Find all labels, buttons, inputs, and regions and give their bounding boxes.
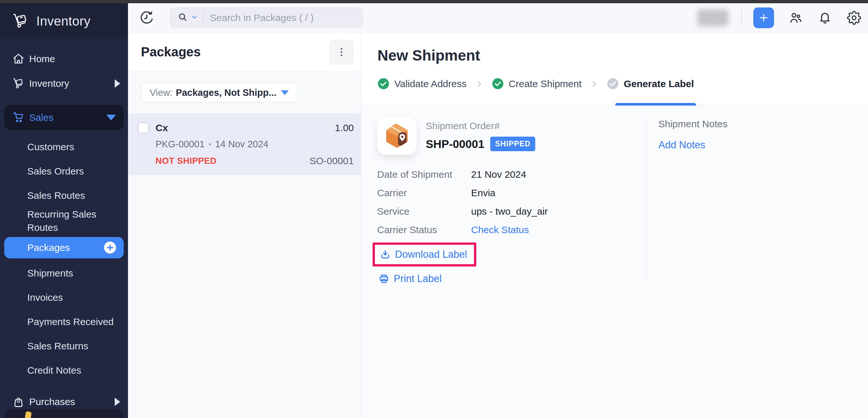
sidebar-item-customers[interactable]: Customers: [0, 135, 128, 159]
download-label-link[interactable]: Download Label: [379, 249, 467, 260]
sidebar-item-sales-routes[interactable]: Sales Routes: [0, 183, 128, 207]
settings-button[interactable]: [847, 11, 861, 25]
topbar-divider: [741, 9, 742, 27]
step-validate-address[interactable]: Validate Address: [377, 78, 467, 90]
shipment-summary: Shipment Order# SHP-00001 SHIPPED Date o…: [361, 105, 647, 418]
package-status-badge: NOT SHIPPED: [156, 156, 217, 166]
package-checkbox[interactable]: [138, 122, 149, 133]
active-tab-underline: [615, 103, 696, 105]
sidebar-item-inventory[interactable]: Inventory: [0, 71, 128, 96]
redacted-org-name: [697, 9, 728, 26]
view-filter-prefix: View:: [150, 88, 173, 98]
printer-icon: [378, 273, 390, 285]
print-label-link[interactable]: Print Label: [378, 273, 442, 285]
app-logo[interactable]: Inventory: [0, 3, 128, 39]
handtruck-logo-icon: [12, 12, 29, 29]
users-button[interactable]: [788, 11, 803, 25]
download-label-highlight-annotation: Download Label: [373, 243, 476, 266]
shipment-steps: Validate Address Create Shipment: [361, 64, 868, 105]
sidebar-item-label: Inventory: [29, 78, 69, 89]
chevron-right-icon: [115, 79, 120, 88]
step-separator-icon: [590, 79, 598, 88]
bag-icon: [11, 395, 26, 409]
notifications-button[interactable]: [818, 11, 832, 25]
date-of-shipment-value: 21 Nov 2024: [471, 169, 647, 180]
sidebar-nav: Home Inventory: [0, 39, 128, 418]
sidebar-item-sales-returns[interactable]: Sales Returns: [0, 334, 128, 358]
step-create-shipment[interactable]: Create Shipment: [492, 78, 582, 90]
service-value: ups - two_day_air: [471, 206, 647, 217]
package-quantity: 1.00: [335, 122, 354, 133]
sidebar-item-sales[interactable]: Sales: [4, 105, 124, 130]
shipped-status-badge: SHIPPED: [490, 137, 535, 151]
recent-history-button[interactable]: [139, 10, 154, 25]
packages-panel-title: Packages: [141, 45, 201, 59]
shipment-fields: Date of Shipment 21 Nov 2024 Carrier Env…: [377, 169, 647, 235]
sidebar-item-label: Home: [29, 54, 55, 64]
banner-accent-icon: [25, 411, 32, 418]
caret-down-icon: [106, 115, 116, 121]
view-filter-dropdown[interactable]: View: Packages, Not Shipp...: [141, 83, 298, 102]
global-search[interactable]: [170, 7, 363, 28]
chevron-right-icon: [115, 397, 120, 406]
check-circle-icon: [607, 78, 619, 90]
topbar: [128, 3, 868, 32]
sidebar-item-home[interactable]: Home: [0, 46, 128, 71]
package-number: PKG-00001: [156, 139, 205, 150]
app-title: Inventory: [36, 14, 90, 29]
sidebar-item-invoices[interactable]: Invoices: [0, 285, 128, 310]
sidebar-item-credit-notes[interactable]: Credit Notes: [0, 358, 128, 382]
list-empty-area: [128, 175, 361, 418]
gear-icon: [847, 11, 861, 25]
home-icon: [11, 52, 26, 66]
list-more-options-button[interactable]: [330, 40, 353, 64]
sidebar-item-label: Sales: [29, 112, 54, 123]
plus-icon: [758, 12, 769, 23]
step-separator-icon: [475, 79, 484, 88]
search-input[interactable]: [210, 12, 356, 23]
package-list-item[interactable]: Cx 1.00 PKG-00001 • 14 Nov 2024 NOT SHIP…: [128, 113, 361, 175]
caret-down-icon: [281, 90, 289, 95]
sales-submenu: Customers Sales Orders Sales Routes Recu…: [0, 130, 128, 382]
shipment-package-icon: [377, 117, 417, 155]
shipment-order-label: Shipment Order#: [426, 121, 535, 131]
sidebar-item-label: Purchases: [29, 396, 75, 407]
meta-separator: •: [209, 140, 211, 149]
page-title: New Shipment: [361, 32, 868, 64]
kebab-icon: [336, 46, 347, 58]
sidebar-item-shipments[interactable]: Shipments: [0, 261, 128, 285]
step-generate-label[interactable]: Generate Label: [607, 78, 694, 90]
bell-icon: [818, 11, 832, 25]
shipment-order-number: SHP-00001: [426, 138, 485, 151]
add-package-icon[interactable]: [104, 242, 116, 254]
package-customer-name: Cx: [156, 122, 168, 133]
packages-list-panel: Packages View: Packages, Not Shipp...: [128, 32, 361, 418]
download-icon: [379, 249, 391, 260]
trial-banner-partial[interactable]: [4, 409, 123, 418]
sidebar-item-recurring-sales-routes[interactable]: Recurring Sales Routes: [0, 207, 128, 234]
add-notes-link[interactable]: Add Notes: [658, 139, 705, 151]
cart-icon: [11, 110, 26, 125]
package-date: 14 Nov 2024: [215, 139, 268, 150]
shipment-detail-panel: New Shipment Validate Address: [361, 32, 868, 418]
sidebar-item-payments-received[interactable]: Payments Received: [0, 310, 128, 334]
check-circle-icon: [377, 78, 390, 90]
view-filter-value: Packages, Not Shipp...: [176, 88, 276, 98]
app-screen: Inventory Home: [0, 0, 868, 418]
search-icon: [177, 12, 188, 24]
history-icon: [139, 10, 154, 25]
users-icon: [788, 11, 803, 25]
sidebar-item-sales-orders[interactable]: Sales Orders: [0, 159, 128, 183]
sidebar: Inventory Home: [0, 3, 128, 418]
quick-create-button[interactable]: [753, 7, 774, 28]
window-top-strip: [0, 0, 868, 3]
search-scope-chevron-icon[interactable]: [191, 13, 198, 22]
carrier-value: Envia: [471, 188, 647, 198]
check-circle-icon: [492, 78, 504, 90]
shipment-notes-section: Shipment Notes Add Notes: [647, 105, 868, 418]
check-status-link[interactable]: Check Status: [471, 224, 647, 235]
handtruck-icon: [11, 76, 26, 91]
shipment-notes-title: Shipment Notes: [658, 119, 868, 130]
sidebar-item-packages[interactable]: Packages: [4, 237, 124, 258]
sales-order-number: SO-00001: [309, 155, 354, 166]
